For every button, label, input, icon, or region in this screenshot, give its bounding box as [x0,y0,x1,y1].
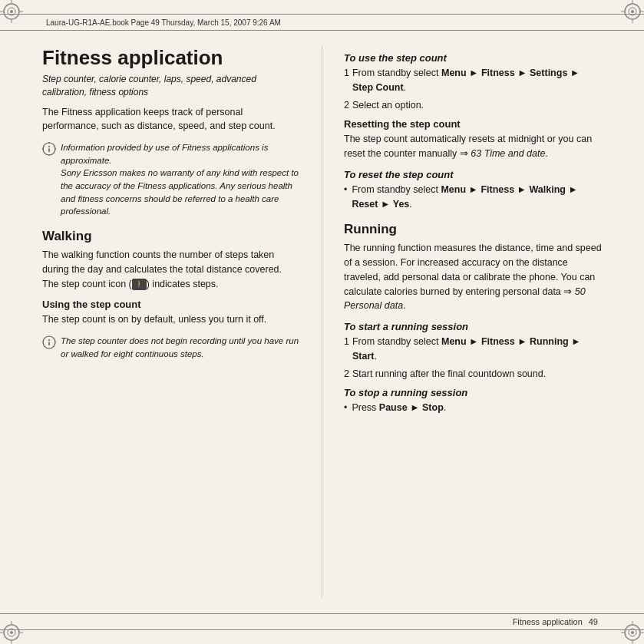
right-column: To use the step count 1 From standby sel… [344,38,602,606]
to-stop-title: To stop a running session [344,387,602,398]
step1-text: From standby select Menu ► Fitness ► Set… [352,66,602,95]
start-step-1: 1 From standby select Menu ► Fitness ► R… [344,335,602,364]
start-step1-text: From standby select Menu ► Fitness ► Run… [352,335,602,364]
resetting-title: Resetting the step count [344,118,602,130]
step-1-use: 1 From standby select Menu ► Fitness ► S… [344,66,602,95]
svg-point-29 [48,146,50,147]
resetting-body: The step count automatically resets at m… [344,132,602,161]
step-2-use: 2 Select an option. [344,98,602,113]
info-text-1: Information provided by use of Fitness a… [61,141,300,218]
using-step-count-title: Using the step count [42,299,300,310]
left-column: Fitness application Step counter, calori… [42,38,300,606]
footer-section: Fitness application [513,617,583,626]
svg-point-36 [48,339,50,341]
to-use-step-count-title: To use the step count [344,52,602,64]
main-content: Fitness application Step counter, calori… [42,38,602,606]
header-bar: Laura-UG-R1A-AE.book Page 49 Thursday, M… [0,14,644,31]
running-body: The running function measures the distan… [344,241,602,313]
using-step-count-body: The step count is on by default, unless … [42,312,300,327]
walking-title: Walking [42,229,300,244]
info-text-2: The step counter does not begin recordin… [61,335,300,360]
walking-body: The walking function counts the number o… [42,248,300,291]
stop-text: Press Pause ► Stop. [352,401,446,415]
step2-num: 2 [344,98,349,113]
column-divider [322,46,322,598]
walking-body-text: The walking function counts the number o… [42,249,282,289]
to-start-title: To start a running session [344,321,602,332]
footer-bar: Fitness application 49 [0,613,644,630]
subtitle: Step counter, calorie counter, laps, spe… [42,73,300,99]
footer-page: 49 [589,617,598,626]
intro-text: The Fitness application keeps track of p… [42,105,300,134]
reset-bullet: • From standby select Menu ► Fitness ► W… [344,183,602,212]
header-text: Laura-UG-R1A-AE.book Page 49 Thursday, M… [46,18,598,27]
running-title: Running [344,222,602,237]
step-icon: 🚶 [132,279,147,291]
svg-point-20 [10,631,13,634]
start-step2-num: 2 [344,367,349,381]
info-box-2: The step counter does not begin recordin… [42,335,300,360]
stop-bullet-sym: • [344,401,347,415]
start-step2-text: Start running after the final countdown … [352,367,602,381]
step2-text: Select an option. [352,98,602,113]
start-step-2: 2 Start running after the final countdow… [344,367,602,381]
start-step1-num: 1 [344,335,349,364]
stop-bullet: • Press Pause ► Stop. [344,401,602,415]
svg-point-13 [631,10,634,13]
info-icon-2 [42,335,56,349]
svg-point-27 [631,631,634,634]
step1-num: 1 [344,66,349,95]
info-box-1: Information provided by use of Fitness a… [42,141,300,218]
page-title: Fitness application [42,46,300,70]
reset-text: From standby select Menu ► Fitness ► Wal… [352,183,602,212]
to-reset-title: To reset the step count [344,169,602,180]
svg-point-6 [10,10,13,13]
info-icon-1 [42,142,56,156]
bullet-sym: • [344,183,347,212]
